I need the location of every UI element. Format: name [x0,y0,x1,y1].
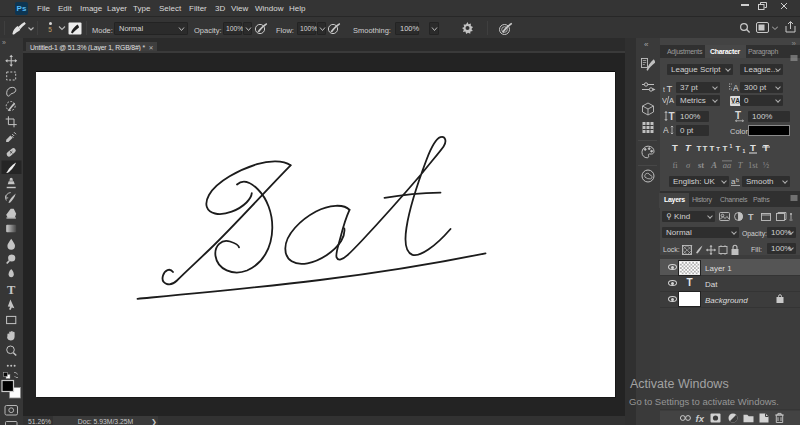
svg-text:T: T [7,283,16,297]
svg-text:T: T [672,142,678,153]
svg-text:t: t [663,86,665,93]
svg-text:T: T [735,110,741,121]
svg-text:A: A [663,125,669,135]
svg-text:T: T [710,144,715,153]
svg-text:σ: σ [686,160,691,170]
svg-text:T: T [723,144,728,153]
svg-text:V: V [662,96,667,105]
svg-text:1: 1 [730,143,733,149]
svg-text:T: T [750,142,756,153]
svg-text:st: st [698,160,704,170]
svg-text:fi: fi [672,160,678,170]
svg-text:T: T [667,83,673,93]
svg-text:T: T [736,144,741,153]
svg-text:A: A [710,160,717,170]
svg-text:A: A [669,96,674,105]
svg-text:1: 1 [743,148,746,154]
svg-text:»: » [2,39,6,46]
svg-text:T: T [697,144,702,153]
svg-text:T: T [703,144,708,153]
svg-text:T: T [716,146,720,152]
svg-text:T: T [685,142,692,153]
svg-text:«: « [644,40,649,49]
svg-text:fx: fx [696,413,705,424]
svg-text:½: ½ [763,160,770,170]
svg-text:A: A [733,83,739,93]
svg-text:b: b [736,177,739,183]
svg-text:T: T [738,160,744,170]
svg-text:T: T [669,111,675,122]
svg-text:aa: aa [723,160,732,170]
svg-text:T: T [748,212,754,222]
svg-text:1st: 1st [748,160,759,170]
